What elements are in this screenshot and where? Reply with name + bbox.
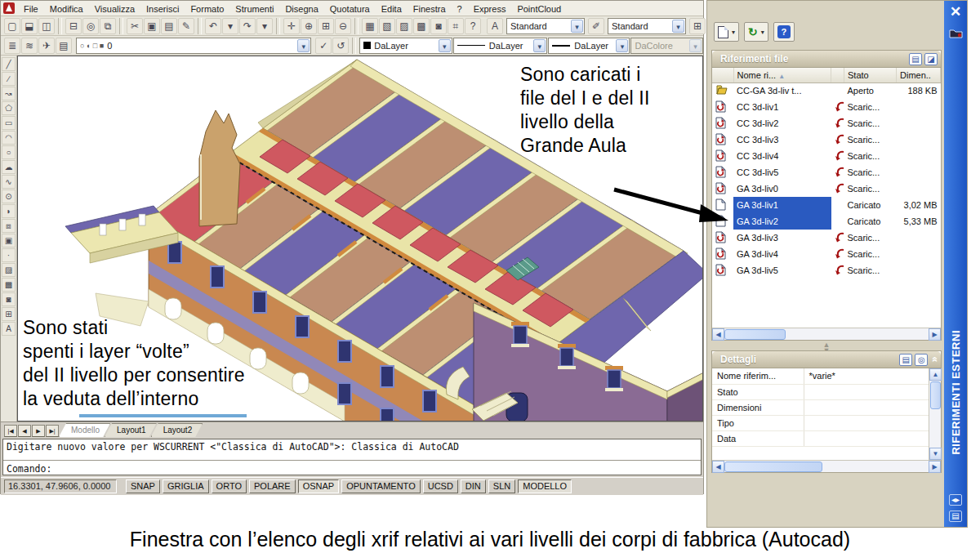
text-style-dropdown-icon[interactable]: ▾ [571, 20, 583, 33]
panel-splitter[interactable]: ▲▼ [711, 342, 942, 350]
menu-item-finestra[interactable]: Finestra [408, 2, 452, 16]
tab-modello[interactable]: Modello [59, 423, 110, 437]
toolbar-button[interactable]: ↷ [239, 18, 256, 34]
toolbar-button[interactable]: ? [465, 18, 481, 34]
xref-name[interactable]: CC 3d-liv3 [733, 132, 831, 148]
menu-item-pointcloud[interactable]: PointCloud [511, 2, 567, 16]
preview-view-button[interactable]: ◎ [915, 354, 928, 366]
status-toggle-ucsd[interactable]: UCSD [423, 479, 458, 493]
draw-tool-button[interactable]: ◗ [2, 204, 16, 218]
toolbar-button[interactable]: ⊖ [335, 18, 351, 34]
toolbar-button[interactable]: ▤ [161, 18, 177, 34]
xref-name[interactable]: GA 3d-liv4 [733, 246, 831, 262]
details-hscroll-thumb[interactable] [724, 462, 822, 472]
draw-tool-button[interactable]: ⧈ [2, 219, 16, 233]
status-toggle-din[interactable]: DIN [461, 479, 486, 493]
draw-tool-button[interactable]: ⊞ [2, 307, 16, 321]
details-vscroll-thumb[interactable] [930, 381, 941, 409]
scroll-right-icon[interactable]: ▶ [929, 328, 941, 341]
toolbar-button[interactable]: ⊕ [301, 18, 317, 34]
menu-item-strumenti[interactable]: Strumenti [229, 2, 279, 16]
column-status[interactable]: Stato [848, 70, 869, 80]
xref-row[interactable]: CC 3d-liv5Scaric... [712, 164, 941, 181]
attach-dwg-button[interactable]: ▾ [714, 22, 739, 42]
toolbar-button[interactable]: ✈ [38, 38, 55, 54]
details-horizontal-scrollbar[interactable]: ◀ ▶ [712, 460, 941, 472]
xref-name[interactable]: CC-GA 3d-liv t... [733, 83, 831, 99]
xref-row[interactable]: CC-GA 3d-liv t...Aperto188 KB [712, 83, 941, 99]
tab-layout1[interactable]: Layout1 [105, 423, 157, 437]
draw-tool-button[interactable]: ▭ [2, 116, 16, 130]
xref-name[interactable]: CC 3d-liv1 [733, 99, 831, 115]
xref-name[interactable]: GA 3d-liv1 [733, 197, 831, 213]
linetype-combo[interactable]: DaLayer ▾ [453, 38, 547, 54]
details-view-button[interactable]: ▤ [899, 354, 912, 366]
toolbar-button[interactable]: ◫ [38, 18, 55, 34]
lineweight-combo-dropdown-icon[interactable]: ▾ [616, 39, 628, 52]
toolbar-button[interactable]: ▾ [222, 18, 238, 34]
menu-item-visualizza[interactable]: Visualizza [89, 2, 140, 16]
tree-view-button[interactable]: ◪ [924, 53, 938, 65]
xref-horizontal-scrollbar[interactable]: ◀ ▶ [712, 328, 941, 340]
toolbar-button[interactable]: ⬓ [21, 18, 38, 34]
draw-tool-button[interactable]: ○ [2, 145, 16, 159]
lineweight-combo[interactable]: DaLayer ▾ [548, 38, 630, 54]
toolbar-button[interactable]: ⊟ [65, 18, 82, 34]
text-style-combo[interactable]: Standard▾ [506, 18, 585, 34]
scroll-left-icon[interactable]: ◀ [712, 328, 724, 341]
toolbar-button[interactable]: ⧉ [100, 18, 116, 34]
draw-tool-button[interactable]: ☁ [2, 160, 16, 174]
toolbar-button[interactable]: ✂ [127, 18, 143, 34]
toolbar-button[interactable]: ▾ [256, 18, 273, 34]
toolbar-button[interactable]: ◎ [82, 18, 99, 34]
xref-name[interactable]: CC 3d-liv5 [733, 164, 831, 181]
tab-nav-button[interactable]: |◀ [4, 425, 17, 437]
toolbar-button[interactable]: ↶ [205, 18, 221, 34]
autocad-app-icon[interactable] [3, 2, 15, 14]
toolbar-button[interactable]: ↺ [332, 38, 349, 54]
linetype-combo-dropdown-icon[interactable]: ▾ [533, 39, 546, 52]
status-toggle-snap[interactable]: SNAP [126, 479, 160, 493]
details-vertical-scrollbar[interactable]: ▲ ▼ [929, 368, 941, 460]
color-combo[interactable]: DaLayer ▾ [359, 38, 452, 54]
dim-style-dropdown-icon[interactable]: ▾ [672, 20, 684, 33]
xref-name[interactable]: GA 3d-liv2 [733, 213, 831, 230]
toolbar-button[interactable]: ▧ [379, 18, 395, 34]
file-references-header[interactable]: Riferimenti file ▤ ◪ [712, 51, 941, 68]
attach-dropdown-icon[interactable]: ▾ [730, 29, 737, 36]
xref-name[interactable]: GA 3d-liv5 [733, 262, 831, 279]
menu-item-inserisci[interactable]: Inserisci [140, 2, 185, 16]
toolbar-button[interactable]: ⌗ [448, 18, 464, 34]
draw-tool-button[interactable]: ∕ [2, 72, 16, 86]
toolbar-button[interactable]: ▨ [396, 18, 412, 34]
column-name[interactable]: Nome ri... [737, 70, 777, 80]
close-palette-icon[interactable]: ✕ [950, 3, 961, 20]
xref-table-header-row[interactable]: Nome ri... ▲ Stato Dimen.. [712, 68, 941, 83]
scroll-down-icon[interactable]: ▼ [929, 448, 942, 460]
xref-row[interactable]: CC 3d-liv2Scaric... [712, 115, 941, 132]
tab-nav-button[interactable]: ▶| [46, 425, 59, 437]
draw-tool-button[interactable]: ↝ [2, 87, 16, 100]
column-size[interactable]: Dimen.. [900, 70, 931, 80]
draw-tool-button[interactable]: · [2, 248, 16, 262]
menu-item-express[interactable]: Express [468, 2, 512, 16]
xref-hscroll-thumb[interactable] [724, 329, 786, 340]
layer-combo[interactable]: ○ ◐ □ ■ 0 ▾ [76, 38, 311, 54]
draw-tool-button[interactable]: ◠ [2, 131, 16, 145]
refresh-button[interactable]: ↻ ▾ [744, 22, 768, 42]
xref-name[interactable]: GA 3d-liv0 [733, 181, 831, 197]
toolbar-button[interactable]: ▣ [144, 18, 160, 34]
status-toggle-osnap[interactable]: OSNAP [298, 479, 340, 493]
draw-tool-button[interactable]: ▣ [2, 234, 16, 248]
status-toggle-modello[interactable]: MODELLO [518, 479, 572, 493]
draw-tool-button[interactable]: ◙ [2, 292, 16, 306]
xref-row[interactable]: CC 3d-liv1Scaric... [712, 99, 941, 115]
xref-row[interactable]: GA 3d-liv4Scaric... [712, 246, 941, 262]
dim-style-combo[interactable]: Standard▾ [608, 18, 686, 34]
toolbar-button[interactable]: ◙ [430, 18, 447, 34]
tab-layout2[interactable]: Layout2 [151, 423, 203, 437]
menu-item-[interactable]: ? [452, 2, 468, 16]
tab-nav-button[interactable]: ▶ [32, 425, 45, 437]
toolbar-button[interactable]: ▢ [4, 18, 20, 34]
toolbar-button[interactable]: ▩ [413, 18, 430, 34]
